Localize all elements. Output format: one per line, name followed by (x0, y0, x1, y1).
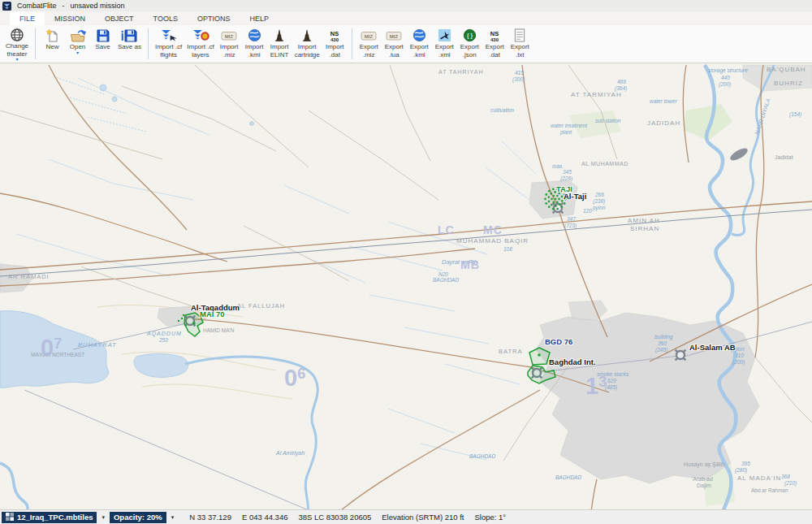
map-label: BUHAYRAT (78, 342, 117, 349)
new-document-icon (45, 28, 60, 43)
toolbar-button-label: Change theater (6, 42, 28, 58)
dropdown-caret-icon: ▾ (16, 58, 19, 62)
opacity-button[interactable]: Opacity: 20% (110, 512, 166, 523)
svg-text:NS: NS (490, 29, 499, 37)
toolbar-separator (35, 28, 36, 59)
toolbar-button-export-json[interactable]: { }Export .json (457, 26, 482, 62)
toolbar-button-import-cf-flights[interactable]: Import .cf flights (153, 26, 184, 62)
opacity-dropdown-caret-icon[interactable]: ▾ (171, 514, 175, 521)
toolbar-button-save-as[interactable]: Save as (115, 26, 144, 62)
toolbar-button-import-kml[interactable]: Import .kml (242, 26, 267, 62)
menu-object[interactable]: OBJECT (95, 11, 144, 25)
mgrs-grid-number: 13 (585, 375, 607, 398)
map-label: (226) (560, 176, 572, 182)
map-label: AMIN AH (628, 218, 660, 224)
toolbar-button-export-xml[interactable]: Export .xml (432, 26, 457, 62)
toolbar-button-import-cartridge[interactable]: Import cartridge (292, 26, 322, 62)
jet-blue-badge-icon (438, 28, 451, 43)
map-label: water tower (650, 99, 677, 105)
toolbar-button-label: Import ELINT (270, 43, 289, 58)
map-label: AL MUHAMMAD (581, 161, 628, 167)
map-label: (723) (564, 223, 577, 229)
tiles-icon (6, 513, 14, 522)
green-sphere-icon: { } (463, 28, 477, 43)
map-label: (200) (719, 82, 731, 88)
mgrs-grid-number: 07 (41, 336, 62, 360)
floppy-disk-edit-icon (121, 28, 138, 43)
svg-text:MIZ: MIZ (390, 33, 399, 38)
toolbar-button-label: Export .miz (360, 43, 378, 58)
title-separator: - (63, 2, 65, 10)
toolbar-button-label: Export .json (460, 43, 479, 58)
ns430-badge-icon: NS430 (326, 28, 343, 43)
text-document-icon (513, 28, 526, 43)
toolbar-button-open[interactable]: Open▾ (65, 26, 90, 62)
map-label: 'Arab ad (692, 476, 713, 482)
toolbar-button-new[interactable]: New (40, 26, 65, 62)
map-label: 489 (617, 80, 626, 85)
toolbar-button-change-theater[interactable]: Change theater▾ (3, 26, 31, 62)
map-label: NAHR DIYALA (754, 97, 771, 135)
menu-tools[interactable]: TOOLS (144, 11, 188, 25)
toolbar-button-import-miz[interactable]: MIZImport .miz (217, 26, 242, 62)
toolbar-button-import-dat[interactable]: NS430Import .dat (322, 26, 348, 62)
mgrs-grid-label: MB (460, 259, 480, 271)
map-label: BAGHDAD (433, 278, 459, 284)
toolbar-button-save[interactable]: Save (90, 26, 115, 62)
mission-label-baghdad-int[interactable]: Baghdad Int. (549, 358, 596, 366)
toolbar-button-label: Export .txt (511, 43, 529, 58)
cursor-latitude: N 33 37.129 (189, 513, 231, 522)
map-label: plant (560, 130, 572, 136)
mission-label-bgd-76[interactable]: BGD 76 (545, 338, 572, 346)
toolbar-button-export-lua[interactable]: MIZExport .lua (382, 26, 407, 62)
mission-label-al-salam-ab[interactable]: Al-Salam AB (689, 344, 736, 352)
menu-mission[interactable]: MISSION (45, 11, 95, 25)
map-label: AQADDUM (147, 331, 182, 336)
map-label: BA'QUBAH (767, 67, 806, 73)
dropdown-caret-icon: ▾ (76, 51, 79, 55)
app-logo-icon (2, 2, 11, 11)
svg-text:430: 430 (330, 37, 339, 41)
mission-label-al-taji[interactable]: Al-Taji (564, 193, 586, 201)
layer-dropdown-caret-icon[interactable]: ▾ (102, 514, 105, 521)
toolbar-button-label: Import .kml (245, 43, 264, 58)
map-canvas[interactable]: AT TARMIYAHJADIDAHBA'QUBAHBUHRIZNAHR DIY… (0, 63, 812, 509)
map-label: 266 (595, 193, 604, 198)
miz-badge-icon: MIZ (361, 28, 377, 43)
layer-select-button[interactable]: 12_Iraq_TPC.mbtiles (2, 512, 97, 523)
map-label: (300) (512, 77, 525, 83)
toolbar-button-export-kml[interactable]: Export .kml (407, 26, 432, 62)
miz-badge-icon: MIZ (386, 28, 402, 43)
map-label: 120 (583, 209, 592, 214)
cursor-mgrs: 38S LC 83038 20605 (298, 513, 371, 522)
toolbar-button-export-dat[interactable]: NS430Export .dat (482, 26, 508, 62)
toolbar-group: MIZExport .mizMIZExport .luaExport .kmlE… (355, 26, 534, 62)
earth-globe-icon (248, 28, 261, 43)
menu-file[interactable]: FILE (10, 11, 45, 25)
toolbar-button-export-txt[interactable]: Export .txt (508, 26, 533, 62)
toolbar-button-import-cf-layers[interactable]: Import .cf layers (184, 26, 216, 62)
svg-text:{ }: { } (467, 32, 473, 39)
toolbar-button-label: Export .lua (385, 43, 404, 58)
map-label: (280) (735, 468, 747, 474)
map-label: (200) (732, 360, 745, 366)
map-label: (154) (789, 112, 801, 118)
map-label: (238) (593, 199, 605, 205)
map-label: AL MADA'IN (737, 475, 781, 482)
app-title: CombatFlite (17, 2, 57, 10)
map-label: BATRA (499, 349, 522, 355)
menu-options[interactable]: OPTIONS (188, 11, 240, 25)
menu-help[interactable]: HELP (240, 11, 279, 25)
map-label: SIRHAN (630, 226, 659, 232)
toolbar-group: Change theater▾ (2, 26, 32, 62)
toolbar-button-export-miz[interactable]: MIZExport .miz (356, 26, 382, 62)
map-label: Husayn aş Şālih (684, 461, 725, 467)
toolbar-button-import-elint[interactable]: Import ELINT (267, 26, 292, 62)
map-label: (485) (605, 385, 617, 391)
map-label: AT TAHRIYAH (438, 69, 483, 75)
map-label: 368 (781, 474, 790, 480)
globe-icon (10, 28, 24, 42)
mission-label-mai-70[interactable]: MAI 70 (200, 310, 225, 318)
mgrs-grid-label: MC (483, 224, 503, 236)
ns430-badge-icon: NS430 (486, 28, 503, 43)
